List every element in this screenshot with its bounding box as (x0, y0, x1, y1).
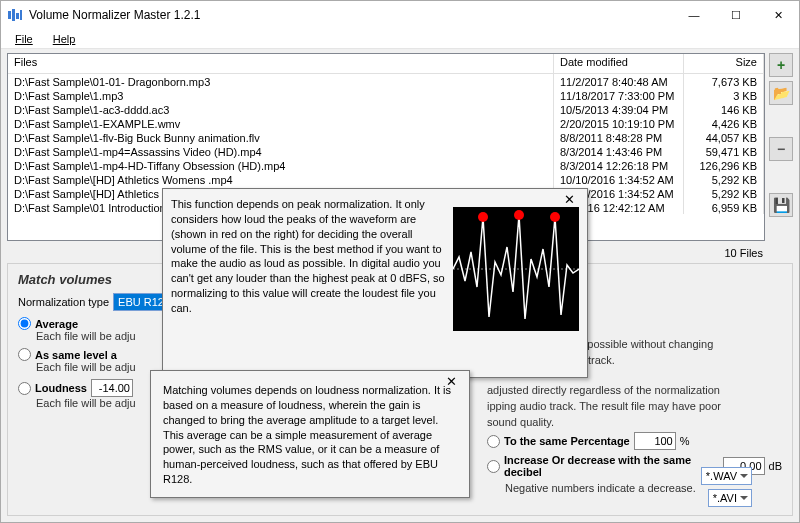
popup-loudness-norm: ✕ Matching volumes depends on loudness n… (150, 370, 470, 498)
file-row[interactable]: D:\Fast Sample\[HD] Athletics Womens .mp… (8, 172, 764, 186)
add-file-button[interactable]: + (769, 53, 793, 77)
right-line4: ipping audio track. The result file may … (487, 400, 782, 412)
radio-percentage[interactable] (487, 435, 500, 448)
svg-rect-0 (8, 11, 11, 19)
col-date[interactable]: Date modified (554, 54, 684, 73)
add-folder-button[interactable]: 📂 (769, 81, 793, 105)
file-row[interactable]: D:\Fast Sample\1-mp4=Assassins Video (HD… (8, 144, 764, 158)
file-row[interactable]: D:\Fast Sample\1.mp311/18/2017 7:33:00 P… (8, 88, 764, 102)
menu-help[interactable]: Help (43, 31, 86, 47)
waveform-preview (453, 207, 579, 331)
popup-peak-close[interactable]: ✕ (558, 191, 581, 208)
maximize-button[interactable]: ☐ (715, 1, 757, 29)
radio-average[interactable] (18, 317, 31, 330)
svg-rect-1 (12, 9, 15, 21)
close-button[interactable]: ✕ (757, 1, 799, 29)
minimize-button[interactable]: — (673, 1, 715, 29)
menu-file[interactable]: File (5, 31, 43, 47)
app-icon (7, 7, 23, 23)
file-row[interactable]: D:\Fast Sample\1-EXAMPLE.wmv2/20/2015 10… (8, 116, 764, 130)
titlebar[interactable]: Volume Normalizer Master 1.2.1 — ☐ ✕ (1, 1, 799, 29)
format-row: *.WAV *.AVI (701, 467, 752, 507)
svg-point-6 (514, 210, 524, 220)
file-row[interactable]: D:\Fast Sample\1-mp4-HD-Tiffany Obsessio… (8, 158, 764, 172)
radio-percentage-label: To the same Percentage (504, 435, 630, 447)
svg-rect-3 (20, 10, 22, 20)
window-title: Volume Normalizer Master 1.2.1 (29, 8, 673, 22)
ntype-label: Normalization type (18, 296, 109, 308)
file-row[interactable]: D:\Fast Sample\1-ac3-dddd.ac310/5/2013 4… (8, 102, 764, 116)
svg-point-7 (550, 212, 560, 222)
file-row[interactable]: D:\Fast Sample\01-01- Dragonborn.mp311/2… (8, 74, 764, 88)
format-wav[interactable]: *.WAV (701, 467, 752, 485)
right-line5: sound quality. (487, 416, 782, 428)
remove-button[interactable]: − (769, 137, 793, 161)
svg-point-5 (478, 212, 488, 222)
menubar: File Help (1, 29, 799, 49)
radio-samelevel-label: As same level a (35, 349, 117, 361)
format-avi[interactable]: *.AVI (708, 489, 752, 507)
file-list-header[interactable]: Files Date modified Size (8, 54, 764, 74)
col-size[interactable]: Size (684, 54, 764, 73)
file-row[interactable]: D:\Fast Sample\1-flv-Big Buck Bunny anim… (8, 130, 764, 144)
side-buttons: + 📂 − 💾 (769, 53, 793, 241)
radio-loudness[interactable] (18, 382, 31, 395)
svg-rect-2 (16, 13, 19, 19)
popup-loudness-close[interactable]: ✕ (440, 373, 463, 390)
radio-average-label: Average (35, 318, 78, 330)
right-line3: adjusted directly regardless of the norm… (487, 384, 782, 396)
pop1-text: This function depends on peak normalizat… (171, 197, 445, 369)
percentage-input[interactable] (634, 432, 676, 450)
loudness-input[interactable] (91, 379, 133, 397)
save-button[interactable]: 💾 (769, 193, 793, 217)
popup-peak-norm: ✕ This function depends on peak normaliz… (162, 188, 588, 378)
radio-loudness-label: Loudness (35, 382, 87, 394)
radio-decibel-label: Increase Or decrease with the same decib… (504, 454, 719, 478)
radio-samelevel[interactable] (18, 348, 31, 361)
col-files[interactable]: Files (8, 54, 554, 73)
radio-decibel[interactable] (487, 460, 500, 473)
pop2-text: Matching volumes depends on loudness nor… (159, 379, 461, 491)
